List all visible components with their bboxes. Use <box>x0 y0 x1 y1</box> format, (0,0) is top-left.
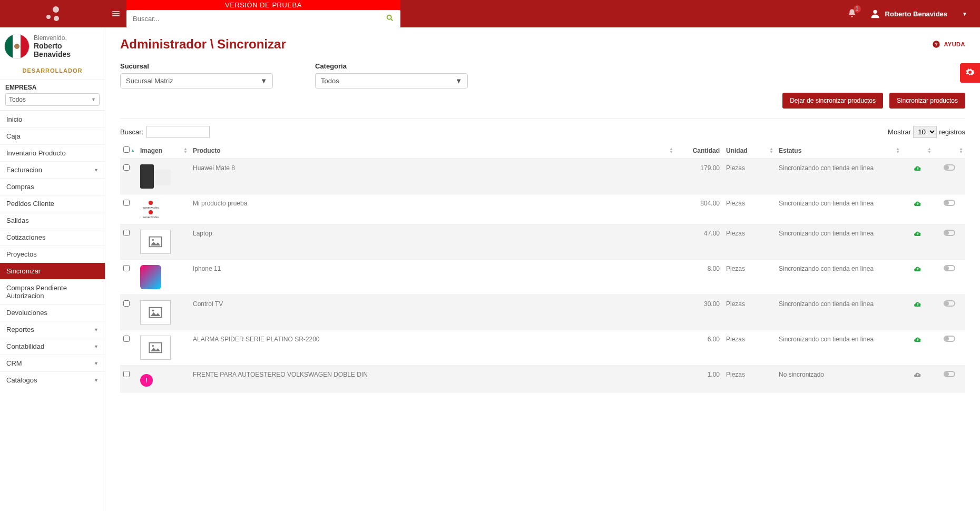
col-imagen[interactable]: Imagen▲▼ <box>137 142 190 159</box>
nav-item-proyectos[interactable]: Proyectos <box>0 245 105 262</box>
row-checkbox[interactable] <box>123 164 130 171</box>
product-thumbnail <box>140 265 161 289</box>
cell-cantidad: 804.00 <box>675 194 723 224</box>
flag-avatar <box>4 34 30 59</box>
col-sync-icon[interactable]: ▲▼ <box>902 142 934 159</box>
sync-toggle[interactable] <box>944 200 955 206</box>
row-checkbox[interactable] <box>123 336 130 342</box>
product-thumbnail <box>140 230 171 254</box>
cloud-upload-icon[interactable] <box>913 202 923 210</box>
search-input[interactable] <box>126 12 379 26</box>
col-cantidad[interactable]: Cantidad▲▼ <box>675 142 723 159</box>
nav-item-label: Pedidos Cliente <box>6 200 54 208</box>
col-producto[interactable]: Producto▲▼ <box>190 142 675 159</box>
row-checkbox[interactable] <box>123 371 130 377</box>
empresa-value: Todos <box>9 96 26 103</box>
nav-item-crm[interactable]: CRM▼ <box>0 355 105 371</box>
nav-item-pedidos-cliente[interactable]: Pedidos Cliente <box>0 195 105 212</box>
cloud-upload-icon[interactable] <box>913 338 923 346</box>
show-entries-select[interactable]: 10 <box>913 126 937 138</box>
nav-item-inicio[interactable]: Inicio <box>0 111 105 127</box>
sync-button[interactable]: Sincronizar productos <box>889 93 965 109</box>
profile-block: Bienvenido, Roberto Benavides <box>0 27 105 65</box>
cell-estatus: Sincronizando con tienda en linea <box>776 330 902 366</box>
cloud-upload-icon[interactable] <box>913 303 923 310</box>
nav-item-contabilidad[interactable]: Contabilidad▼ <box>0 338 105 355</box>
stop-sync-button[interactable]: Dejar de sincronizar productos <box>782 93 883 109</box>
nav-item-devoluciones[interactable]: Devoluciones <box>0 304 105 321</box>
cell-estatus: Sincronizando con tienda en linea <box>776 194 902 224</box>
row-checkbox[interactable] <box>123 300 130 307</box>
product-thumbnail: ! <box>140 374 153 387</box>
sync-toggle[interactable] <box>944 164 955 171</box>
cell-producto: FRENTE PARA AUTOESTEREO VOLKSWAGEN DOBLE… <box>190 366 675 392</box>
sync-toggle[interactable] <box>944 371 955 377</box>
table-row: Iphone 118.00PiezasSincronizando con tie… <box>120 260 965 295</box>
nav-item-compras-pendiente-autorizacion[interactable]: Compras Pendiente Autorizacion <box>0 279 105 304</box>
col-estatus[interactable]: Estatus▲▼ <box>776 142 902 159</box>
cell-unidad: Piezas <box>723 260 776 295</box>
topbar-right: 1 Roberto Benavides ▼ <box>847 0 980 27</box>
sync-toggle[interactable] <box>944 300 955 307</box>
table-row: sonetworkssonetworksMi producto prueba80… <box>120 194 965 224</box>
row-checkbox[interactable] <box>123 230 130 236</box>
chevron-down-icon: ▼ <box>94 361 99 366</box>
cloud-upload-icon[interactable] <box>913 167 923 174</box>
nav-item-cotizaciones[interactable]: Cotizaciones <box>0 229 105 245</box>
row-checkbox[interactable] <box>123 200 130 206</box>
notifications-button[interactable]: 1 <box>847 8 857 19</box>
gear-icon <box>965 67 975 77</box>
cloud-upload-icon[interactable] <box>913 268 923 275</box>
select-all-checkbox[interactable] <box>123 146 130 153</box>
svg-point-6 <box>152 239 154 241</box>
svg-point-8 <box>152 310 154 312</box>
sync-toggle[interactable] <box>944 265 955 271</box>
nav-item-salidas[interactable]: Salidas <box>0 212 105 229</box>
cell-estatus: Sincronizando con tienda en linea <box>776 224 902 260</box>
table-row: ALARMA SPIDER SERIE PLATINO SR-22006.00P… <box>120 330 965 366</box>
products-table: ▲ Imagen▲▼ Producto▲▼ Cantidad▲▼ Unidad▲… <box>120 142 965 392</box>
product-thumbnail <box>140 164 154 189</box>
row-checkbox[interactable] <box>123 265 130 271</box>
col-toggle[interactable]: ▲▼ <box>934 142 965 159</box>
notification-badge: 1 <box>854 5 861 13</box>
sync-toggle[interactable] <box>944 336 955 342</box>
nav-item-inventario-producto[interactable]: Inventario Producto <box>0 144 105 161</box>
empresa-select[interactable]: Todos ▼ <box>5 93 100 106</box>
empresa-label: EMPRESA <box>5 84 100 91</box>
user-menu[interactable]: Roberto Benavides ▼ <box>869 8 967 19</box>
table-search-input[interactable] <box>146 126 210 138</box>
sucursal-select[interactable]: Sucursal Matriz ▼ <box>120 73 273 89</box>
welcome-text: Bienvenido, <box>34 34 71 42</box>
nav-item-sincronizar[interactable]: Sincronizar <box>0 262 105 279</box>
table-row: Control TV30.00PiezasSincronizando con t… <box>120 295 965 330</box>
nav-item-caja[interactable]: Caja <box>0 127 105 144</box>
help-link[interactable]: ? AYUDA <box>932 40 965 48</box>
cloud-upload-icon[interactable] <box>913 374 923 381</box>
nav-item-catálogos[interactable]: Catálogos▼ <box>0 371 105 388</box>
nav-item-label: Cotizaciones <box>6 233 45 241</box>
settings-fab[interactable] <box>960 63 980 83</box>
nav-item-label: Salidas <box>6 217 29 224</box>
cell-estatus: Sincronizando con tienda en linea <box>776 260 902 295</box>
menu-toggle[interactable] <box>105 0 126 27</box>
sync-toggle[interactable] <box>944 230 955 236</box>
sucursal-value: Sucursal Matriz <box>126 77 173 85</box>
nav-item-reportes[interactable]: Reportes▼ <box>0 321 105 338</box>
nav-item-label: Caja <box>6 132 21 140</box>
cell-cantidad: 1.00 <box>675 366 723 392</box>
chevron-down-icon: ▼ <box>91 97 96 102</box>
chevron-down-icon: ▼ <box>260 77 267 85</box>
cell-producto: Control TV <box>190 295 675 330</box>
col-unidad[interactable]: Unidad▲▼ <box>723 142 776 159</box>
nav-item-facturacion[interactable]: Facturacion▼ <box>0 161 105 178</box>
profile-name-last: Benavides <box>34 50 71 58</box>
col-checkbox[interactable]: ▲ <box>120 142 137 159</box>
search-icon[interactable] <box>379 14 400 24</box>
nav-item-compras[interactable]: Compras <box>0 178 105 195</box>
nav-item-label: Contabilidad <box>6 342 44 350</box>
product-thumbnail <box>140 300 171 325</box>
categoria-select[interactable]: Todos ▼ <box>315 73 468 89</box>
cloud-upload-icon[interactable] <box>913 232 923 240</box>
logo[interactable] <box>0 0 105 27</box>
